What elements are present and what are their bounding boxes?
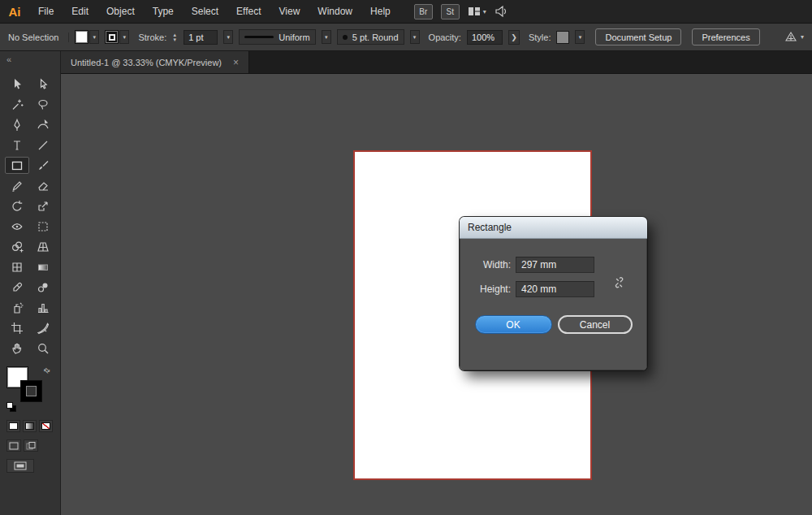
menu-effect[interactable]: Effect: [227, 6, 270, 17]
menu-type[interactable]: Type: [144, 6, 183, 17]
line-segment-tool[interactable]: [31, 136, 55, 154]
variable-width-profile-select[interactable]: Uniform: [239, 29, 316, 45]
menu-window[interactable]: Window: [309, 6, 361, 17]
screen-mode-icon[interactable]: [6, 459, 34, 473]
menu-select[interactable]: Select: [183, 6, 227, 17]
shaper-tool[interactable]: [5, 177, 29, 194]
direct-selection-tool[interactable]: [31, 76, 55, 93]
scale-tool[interactable]: [31, 197, 55, 214]
blend-tool-icon: [37, 281, 50, 294]
slice-tool-icon: [37, 322, 50, 335]
curvature-tool[interactable]: [31, 116, 55, 133]
stock-button[interactable]: St: [441, 4, 460, 19]
tools-collapse-button[interactable]: «: [0, 51, 60, 71]
selection-tool-icon: [11, 78, 24, 91]
magic-wand-tool[interactable]: [5, 96, 29, 113]
brush-dropdown-icon[interactable]: ▾: [410, 30, 420, 44]
ok-button[interactable]: OK: [475, 315, 552, 334]
fill-dropdown-icon[interactable]: ▾: [89, 30, 99, 44]
default-fill-stroke-icon[interactable]: [6, 402, 17, 412]
paintbrush-tool[interactable]: [31, 157, 55, 174]
brush-definition-select[interactable]: 5 pt. Round: [337, 29, 404, 45]
share-icon[interactable]: [495, 6, 508, 17]
preferences-button[interactable]: Preferences: [692, 28, 759, 45]
perspective-grid-tool[interactable]: [31, 238, 55, 255]
shape-builder-tool[interactable]: [5, 238, 29, 255]
draw-behind-icon[interactable]: [24, 439, 38, 452]
fill-color-swatch[interactable]: [75, 30, 89, 44]
width-label: Width:: [472, 259, 511, 270]
stroke-dropdown-icon[interactable]: ▾: [119, 30, 129, 44]
fill-swatch-group: ▾: [75, 30, 99, 44]
hand-tool[interactable]: [5, 340, 29, 357]
lasso-tool[interactable]: [31, 96, 55, 113]
swap-fill-stroke-icon[interactable]: ⇄: [42, 366, 52, 375]
document-setup-button[interactable]: Document Setup: [595, 28, 681, 45]
gradient-button[interactable]: [23, 420, 37, 432]
bridge-button[interactable]: Br: [414, 4, 433, 19]
selection-tool[interactable]: [5, 76, 29, 93]
stroke-color-swatch[interactable]: [105, 30, 119, 44]
shaper-tool-icon: [11, 180, 24, 193]
document-tab[interactable]: Untitled-1 @ 33.33% (CMYK/Preview) ×: [61, 51, 249, 73]
eraser-tool-icon: [37, 180, 50, 193]
gradient-tool[interactable]: [31, 258, 55, 275]
cancel-button[interactable]: Cancel: [558, 315, 633, 334]
eyedropper-tool-icon: [11, 281, 24, 294]
eraser-tool[interactable]: [31, 177, 55, 194]
width-tool[interactable]: [5, 218, 29, 235]
opacity-input[interactable]: [467, 30, 503, 45]
document-area: Untitled-1 @ 33.33% (CMYK/Preview) × Rec…: [61, 51, 812, 515]
pen-tool-icon: [11, 119, 24, 132]
canvas[interactable]: Rectangle Width: Height:: [61, 74, 812, 515]
height-input[interactable]: [516, 281, 594, 297]
arrange-documents-icon[interactable]: ▾: [468, 6, 486, 17]
free-transform-tool[interactable]: [31, 218, 55, 235]
type-tool[interactable]: [5, 136, 29, 154]
align-options-icon[interactable]: ▾: [784, 31, 804, 43]
drawing-mode-buttons: [6, 439, 60, 452]
scale-tool-icon: [37, 200, 50, 213]
close-tab-icon[interactable]: ×: [233, 57, 239, 68]
stroke-weight-dropdown-icon[interactable]: ▾: [223, 30, 233, 44]
zoom-tool-icon: [37, 342, 50, 355]
width-input[interactable]: [516, 257, 594, 273]
graphic-style-swatch[interactable]: [556, 31, 569, 44]
slice-tool[interactable]: [31, 319, 55, 336]
menu-file[interactable]: File: [29, 6, 63, 17]
opacity-label: Opacity:: [429, 32, 461, 42]
stroke-weight-stepper[interactable]: ▲▼: [172, 32, 177, 42]
opacity-chevron-icon[interactable]: ❯: [508, 30, 520, 45]
blend-tool[interactable]: [31, 279, 55, 296]
width-profile-dropdown-icon[interactable]: ▾: [322, 30, 331, 44]
free-transform-tool-icon: [37, 220, 50, 233]
type-tool-icon: [11, 139, 24, 152]
perspective-grid-tool-icon: [37, 240, 50, 253]
style-dropdown-icon[interactable]: ▾: [575, 30, 585, 44]
mesh-tool[interactable]: [5, 258, 29, 275]
draw-normal-icon[interactable]: [6, 439, 21, 452]
column-graph-tool[interactable]: [31, 299, 55, 316]
menu-edit[interactable]: Edit: [63, 6, 97, 17]
eyedropper-tool[interactable]: [5, 279, 29, 296]
menu-view[interactable]: View: [270, 6, 309, 17]
fill-stroke-proxy: ⇄: [6, 366, 54, 412]
width-profile-value: Uniform: [279, 32, 310, 42]
pen-tool[interactable]: [5, 116, 29, 133]
menu-help[interactable]: Help: [361, 6, 400, 17]
selection-status: No Selection: [8, 32, 69, 42]
symbol-sprayer-tool[interactable]: [5, 299, 29, 316]
dialog-titlebar[interactable]: Rectangle: [460, 217, 647, 239]
gradient-tool-icon: [37, 261, 50, 274]
menu-object[interactable]: Object: [97, 6, 144, 17]
color-button[interactable]: [6, 420, 20, 432]
rotate-tool[interactable]: [5, 197, 29, 214]
rectangle-tool[interactable]: [5, 157, 29, 174]
stroke-color-proxy[interactable]: [20, 380, 42, 402]
stroke-weight-input[interactable]: [184, 30, 218, 45]
zoom-tool[interactable]: [31, 340, 55, 357]
constrain-proportions-icon[interactable]: [613, 276, 625, 292]
tools-grid: [0, 76, 60, 357]
none-button[interactable]: [39, 420, 53, 432]
artboard-tool[interactable]: [5, 319, 29, 336]
